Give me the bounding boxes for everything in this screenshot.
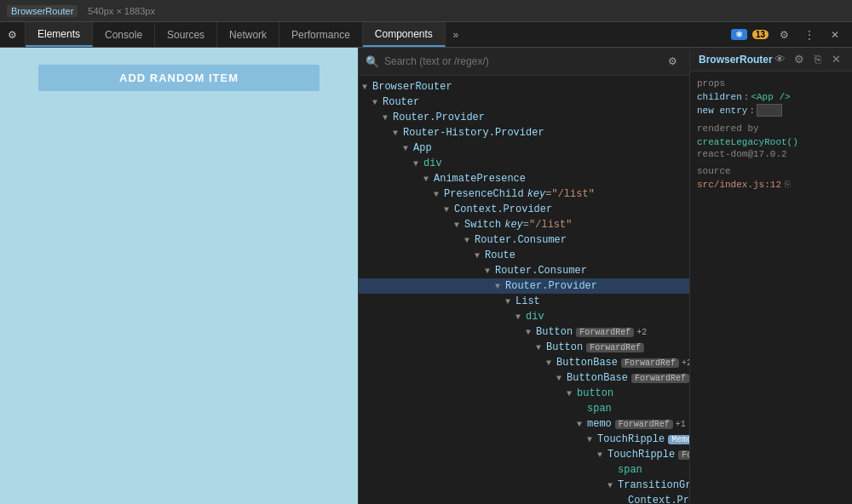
node-name: AnimatePresence (434, 173, 526, 185)
copy-source-icon[interactable]: ⎘ (785, 180, 791, 190)
node-name: div (423, 158, 442, 169)
arrow-icon (454, 220, 464, 230)
tab-elements[interactable]: Elements (26, 22, 93, 47)
tree-row[interactable]: Router-History.Provider (359, 125, 689, 140)
tree-row[interactable]: List (359, 294, 689, 309)
react-badge: ⚛ (731, 29, 747, 40)
tab-sources[interactable]: Sources (155, 22, 217, 47)
tree-row[interactable]: div (359, 156, 689, 171)
arrow-icon (485, 266, 495, 276)
node-name: span (587, 403, 612, 415)
tree-row[interactable]: Context.Provider (359, 493, 689, 504)
node-name: BrowserRouter (372, 81, 452, 93)
tab-bar: ⚙ Elements Console Sources Network Perfo… (0, 22, 852, 48)
arrow-icon (423, 175, 434, 184)
prop-key: children (697, 92, 742, 102)
tree-row[interactable]: Button ForwardRef (359, 340, 689, 355)
search-input[interactable] (384, 55, 657, 67)
badge-count: 13 (752, 30, 769, 39)
tree-row[interactable]: span (359, 401, 689, 416)
tab-performance[interactable]: Performance (279, 22, 363, 47)
node-name: Router.Provider (393, 112, 485, 123)
tree-row[interactable]: Route (359, 248, 689, 263)
arrow-icon (464, 236, 475, 245)
plus-count: +2 (682, 358, 689, 368)
arrow-icon (515, 312, 526, 322)
tree-row[interactable]: App (359, 140, 689, 156)
tree-row[interactable]: Button ForwardRef +2 (359, 324, 689, 340)
props-header: BrowserRouter 👁 ⚙ ⎘ ✕ (690, 48, 852, 72)
arrow-icon (546, 358, 556, 368)
tree-row[interactable]: ButtonBase ForwardRef (359, 370, 689, 386)
search-icon: 🔍 (366, 55, 379, 68)
tree-row[interactable]: Router (359, 94, 689, 110)
arrow-icon (383, 113, 393, 123)
node-name: Router.Provider (505, 280, 597, 292)
rendered-by-func: createLegacyRoot() (697, 137, 798, 147)
copy-icon[interactable]: ⎘ (810, 53, 826, 66)
tab-network[interactable]: Network (217, 22, 279, 47)
arrow-icon (434, 190, 444, 199)
tree-row[interactable]: Context.Provider (359, 202, 689, 217)
tab-bar-right: ⚛ 13 ⚙ ⋮ ✕ (724, 25, 852, 45)
rendered-by-1: createLegacyRoot() (697, 137, 845, 147)
tree-row[interactable]: Router.Consumer (359, 263, 689, 278)
search-bar: 🔍 ⚙ (359, 48, 689, 76)
tree-row[interactable]: TouchRipple Memo (359, 432, 689, 447)
node-name: Button (546, 341, 583, 353)
more-options-icon[interactable]: ⋮ (799, 25, 820, 45)
tree-row[interactable]: BrowserRouter (359, 79, 689, 94)
devtools-icon[interactable]: ⚙ (0, 22, 26, 48)
node-name: button (577, 387, 613, 399)
node-name: Router.Consumer (495, 265, 587, 277)
arrow-icon (495, 282, 505, 291)
tree-row[interactable]: button (359, 386, 689, 401)
props-panel-title: BrowserRouter (699, 54, 773, 66)
arrow-icon (413, 159, 423, 169)
settings-icon[interactable]: ⚙ (792, 53, 807, 66)
tree-row[interactable]: span (359, 462, 689, 478)
tab-console[interactable]: Console (93, 22, 155, 47)
close-props-icon[interactable]: ✕ (829, 53, 844, 66)
tree-row[interactable]: memo ForwardRef +1 (359, 416, 689, 432)
arrow-icon (362, 83, 372, 92)
settings-icon[interactable]: ⚙ (774, 25, 794, 45)
tree-row[interactable]: PresenceChild key="/list" (359, 186, 689, 202)
node-name: Route (485, 249, 515, 261)
tree-row[interactable]: Switch key="/list" (359, 217, 689, 232)
tree-row[interactable]: AnimatePresence (359, 171, 689, 186)
node-name: Switch (464, 219, 501, 231)
tree-row[interactable]: TransitionGroup (359, 478, 689, 493)
memo-badge: Memo (668, 435, 689, 444)
tree-row[interactable]: ButtonBase ForwardRef +2 (359, 355, 689, 370)
attr: key="/list" (527, 188, 595, 200)
arrow-icon (444, 205, 454, 215)
props-body: props children : <App /> new entry : ren… (690, 72, 852, 504)
tree-row[interactable]: Router.Provider (359, 110, 689, 125)
tab-bar-left: ⚙ Elements Console Sources Network Perfo… (0, 22, 724, 47)
tree-row[interactable]: Router.Consumer (359, 232, 689, 248)
node-name: TransitionGroup (618, 479, 689, 491)
forward-ref-badge: ForwardRef (615, 420, 673, 429)
node-name: TouchRipple (607, 449, 675, 461)
arrow-icon (577, 420, 587, 429)
tree-row[interactable]: TouchRipple ForwardRef (359, 447, 689, 462)
eye-icon[interactable]: 👁 (773, 53, 788, 66)
close-icon[interactable]: ✕ (825, 25, 845, 45)
tab-components[interactable]: Components (363, 22, 446, 47)
add-random-item-button[interactable]: ADD RANDOM ITEM (38, 65, 320, 91)
props-icons: 👁 ⚙ ⎘ ✕ (773, 53, 844, 66)
prop-new-entry-key: new entry (697, 106, 747, 116)
tree-row-selected[interactable]: Router.Provider (359, 278, 689, 294)
new-entry-input[interactable] (757, 104, 782, 117)
arrow-icon (607, 481, 618, 490)
search-settings-icon[interactable]: ⚙ (662, 51, 682, 72)
plus-count: +2 (636, 328, 647, 337)
attr: key="/list" (504, 219, 572, 231)
prop-children: children : <App /> (697, 92, 845, 102)
props-section-label: props (697, 78, 845, 89)
tree-row[interactable]: div (359, 309, 689, 324)
more-tabs-icon[interactable]: » (446, 25, 466, 45)
node-name: ButtonBase (556, 357, 618, 369)
arrow-icon (536, 343, 546, 352)
